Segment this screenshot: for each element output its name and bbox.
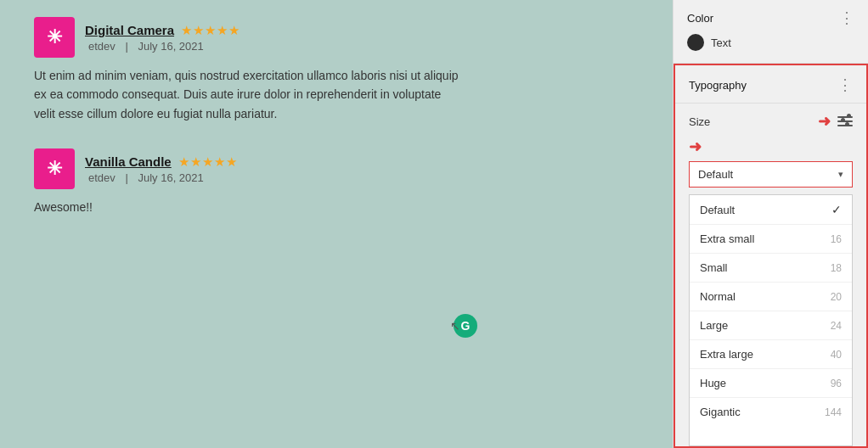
avatar-1: ✳ bbox=[34, 17, 75, 58]
review-body-2: Awesome!! bbox=[34, 198, 459, 216]
color-label: Color bbox=[687, 12, 713, 25]
color-dots[interactable]: ⋮ bbox=[839, 10, 854, 25]
typography-section: Typography ⋮ Size ➜ bbox=[674, 64, 868, 448]
dropdown-item-7[interactable]: Gigantic144 bbox=[690, 398, 852, 426]
chevron-down-icon: ▾ bbox=[838, 169, 843, 180]
stars-1: ★★★★★ bbox=[181, 23, 240, 38]
review-header-2: ✳ Vanilla Candle ★★★★★ etdev | July 16, … bbox=[34, 148, 639, 189]
sidebar: Color ⋮ Text Typography ⋮ Size ➜ bbox=[673, 0, 868, 448]
review-item-2: ✳ Vanilla Candle ★★★★★ etdev | July 16, … bbox=[34, 148, 639, 216]
product-name-1[interactable]: Digital Camera bbox=[85, 23, 174, 37]
size-label: Size bbox=[689, 115, 710, 128]
product-name-2[interactable]: Vanilla Candle bbox=[85, 154, 172, 169]
dropdown-item-4[interactable]: Large24 bbox=[690, 311, 852, 340]
size-controls: ➜ bbox=[818, 112, 853, 131]
color-text-row: Text bbox=[674, 25, 868, 64]
dropdown-arrow-row: ➜ bbox=[675, 137, 866, 161]
typography-dots[interactable]: ⋮ bbox=[837, 76, 853, 94]
dropdown-list[interactable]: Default✓Extra small16Small18Normal20Larg… bbox=[689, 194, 853, 446]
size-row: Size ➜ bbox=[675, 104, 866, 137]
color-swatch[interactable] bbox=[687, 34, 704, 51]
review-meta-1: Digital Camera ★★★★★ etdev | July 16, 20… bbox=[85, 23, 240, 53]
review-header-1: ✳ Digital Camera ★★★★★ etdev | July 16, … bbox=[34, 17, 639, 58]
cursor: ↖ bbox=[450, 319, 460, 333]
dropdown-item-3[interactable]: Normal20 bbox=[690, 283, 852, 311]
red-arrow-dropdown: ➜ bbox=[689, 137, 702, 156]
dropdown-selected[interactable]: Default ▾ bbox=[689, 161, 853, 188]
dropdown-item-1[interactable]: Extra small16 bbox=[690, 225, 852, 254]
red-arrow-icon: ➜ bbox=[818, 112, 831, 131]
typography-header: Typography ⋮ bbox=[675, 65, 866, 104]
dropdown-item-2[interactable]: Small18 bbox=[690, 254, 852, 283]
stars-2: ★★★★★ bbox=[178, 154, 238, 170]
sliders-icon[interactable] bbox=[837, 116, 853, 126]
dropdown-item-5[interactable]: Extra large40 bbox=[690, 340, 852, 369]
typography-label: Typography bbox=[689, 79, 747, 92]
color-section-header: Color ⋮ bbox=[674, 0, 868, 25]
review-author-2: etdev | July 16, 2021 bbox=[85, 171, 238, 184]
review-body-1: Ut enim ad minim veniam, quis nostrud ex… bbox=[34, 66, 459, 123]
dropdown-item-0[interactable]: Default✓ bbox=[690, 195, 852, 225]
dropdown-current-value: Default bbox=[698, 168, 733, 181]
review-title-row-1: Digital Camera ★★★★★ bbox=[85, 23, 240, 38]
review-item-1: ✳ Digital Camera ★★★★★ etdev | July 16, … bbox=[34, 17, 639, 123]
main-content: ✳ Digital Camera ★★★★★ etdev | July 16, … bbox=[0, 0, 673, 448]
color-text-label: Text bbox=[711, 36, 731, 49]
review-meta-2: Vanilla Candle ★★★★★ etdev | July 16, 20… bbox=[85, 154, 238, 184]
review-title-row-2: Vanilla Candle ★★★★★ bbox=[85, 154, 238, 170]
avatar-2: ✳ bbox=[34, 148, 75, 189]
dropdown-item-6[interactable]: Huge96 bbox=[690, 369, 852, 398]
review-author-1: etdev | July 16, 2021 bbox=[85, 40, 240, 53]
